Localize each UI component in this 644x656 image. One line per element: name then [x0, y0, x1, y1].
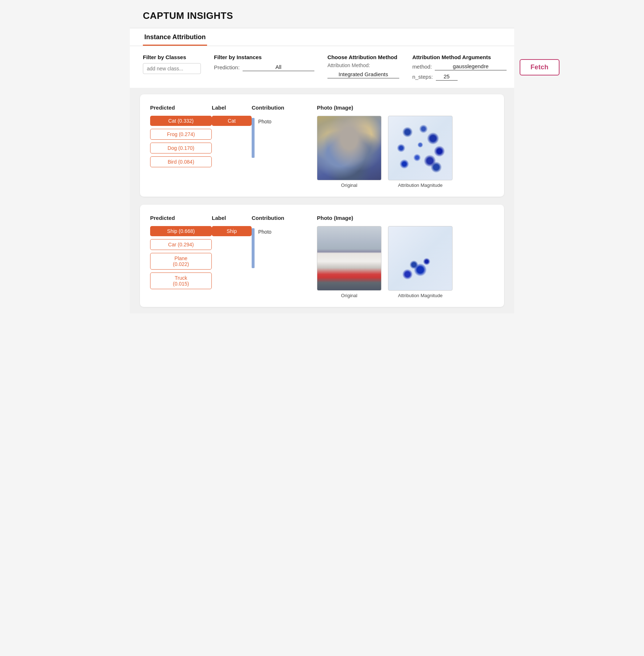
- photo-row-1: Original Attribution Magnitude: [317, 116, 453, 188]
- label-badge-1: Cat: [212, 116, 252, 126]
- app-header: CAPTUM INSIGHTS: [130, 0, 514, 28]
- label-col-1: Cat: [212, 116, 252, 126]
- orig-caption-1: Original: [341, 183, 358, 188]
- attr-image-2: [388, 226, 453, 291]
- col-contribution-header-1: Contribution: [252, 104, 317, 111]
- result-card-1: Predicted Label Contribution Photo (Imag…: [140, 94, 504, 197]
- photo-col-1: Original Attribution Magnitude: [317, 116, 453, 188]
- nsteps-arg-row: n_steps:: [412, 73, 507, 81]
- label-badge-2: Ship: [212, 226, 252, 236]
- attribution-method-row: Attribution Method:: [327, 62, 399, 68]
- nsteps-input[interactable]: [436, 73, 458, 81]
- attr-photo-2: Attribution Magnitude: [388, 226, 453, 298]
- attribution-method-input[interactable]: [327, 70, 399, 78]
- attribution-method-sub-label: Attribution Method:: [327, 62, 370, 68]
- contribution-col-1: Photo: [252, 116, 317, 158]
- attr-image-1: [388, 116, 453, 180]
- attribution-method-label: Choose Attribution Method: [327, 54, 399, 60]
- orig-photo-2: Original: [317, 226, 381, 298]
- filter-classes-label: Filter by Classes: [143, 54, 201, 60]
- contrib-bar-1: [252, 118, 255, 158]
- predicted-col-1: Cat (0.332) Frog (0.274) Dog (0.170) Bir…: [150, 116, 212, 167]
- attr-caption-2: Attribution Magnitude: [398, 293, 443, 298]
- filter-instances-group: Filter by Instances Prediction:: [214, 54, 314, 71]
- col-photo-header-2: Photo (Image): [317, 215, 353, 221]
- prediction-badge-1-3[interactable]: Bird (0.084): [150, 156, 212, 167]
- orig-image-2: [317, 226, 381, 291]
- attribution-method-group: Choose Attribution Method Attribution Me…: [327, 54, 399, 78]
- result-card-2: Predicted Label Contribution Photo (Imag…: [140, 205, 504, 307]
- cards-area: Predicted Label Contribution Photo (Imag…: [130, 88, 514, 313]
- contribution-col-2: Photo: [252, 226, 317, 268]
- app-title: CAPTUM INSIGHTS: [143, 10, 501, 21]
- contrib-bar-container-1: Photo: [252, 118, 272, 158]
- card-2-headers: Predicted Label Contribution Photo (Imag…: [150, 215, 494, 221]
- photo-row-2: Original Attribution Magnitude: [317, 226, 453, 298]
- attr-photo-1: Attribution Magnitude: [388, 116, 453, 188]
- prediction-badge-2-2[interactable]: Plane (0.022): [150, 253, 212, 270]
- card-1-body: Cat (0.332) Frog (0.274) Dog (0.170) Bir…: [150, 116, 494, 188]
- col-contribution-header-2: Contribution: [252, 215, 317, 221]
- orig-photo-1: Original: [317, 116, 381, 188]
- filter-classes-input[interactable]: [143, 63, 201, 74]
- card-2-body: Ship (0.668) Car (0.294) Plane (0.022) T…: [150, 226, 494, 298]
- contrib-text-2: Photo: [258, 228, 272, 235]
- attr-caption-1: Attribution Magnitude: [398, 183, 443, 188]
- args-group: Attribution Method Arguments method: n_s…: [412, 54, 507, 81]
- contrib-text-1: Photo: [258, 118, 272, 124]
- contrib-bar-container-2: Photo: [252, 228, 272, 268]
- fetch-button[interactable]: Fetch: [520, 59, 560, 75]
- col-label-header-2: Label: [212, 215, 252, 221]
- prediction-input[interactable]: [243, 63, 314, 71]
- prediction-badge-2-3[interactable]: Truck (0.015): [150, 272, 212, 289]
- prediction-badge-1-1[interactable]: Frog (0.274): [150, 129, 212, 140]
- nsteps-label: n_steps:: [412, 74, 433, 80]
- orig-image-1: [317, 116, 381, 180]
- tab-instance-attribution[interactable]: Instance Attribution: [143, 28, 207, 46]
- args-label: Attribution Method Arguments: [412, 54, 507, 60]
- col-label-header-1: Label: [212, 104, 252, 111]
- prediction-label: Prediction:: [214, 64, 240, 70]
- prediction-row: Prediction:: [214, 63, 314, 71]
- prediction-badge-2-0[interactable]: Ship (0.668): [150, 226, 212, 236]
- tab-bar: Instance Attribution: [130, 28, 514, 46]
- prediction-badge-2-1[interactable]: Car (0.294): [150, 239, 212, 250]
- contrib-bar-2: [252, 228, 255, 268]
- prediction-badge-1-0[interactable]: Cat (0.332): [150, 116, 212, 126]
- predicted-col-2: Ship (0.668) Car (0.294) Plane (0.022) T…: [150, 226, 212, 289]
- col-predicted-header-2: Predicted: [150, 215, 212, 221]
- attribution-method-value-row: [327, 70, 399, 78]
- col-predicted-header-1: Predicted: [150, 104, 212, 111]
- page-wrapper: CAPTUM INSIGHTS Instance Attribution Fil…: [130, 0, 514, 313]
- method-arg-row: method:: [412, 62, 507, 70]
- card-1-headers: Predicted Label Contribution Photo (Imag…: [150, 104, 494, 111]
- method-arg-label: method:: [412, 63, 432, 70]
- orig-caption-2: Original: [341, 293, 358, 298]
- filter-classes-group: Filter by Classes: [143, 54, 201, 74]
- method-arg-input[interactable]: [435, 62, 507, 70]
- photo-col-2: Original Attribution Magnitude: [317, 226, 453, 298]
- label-col-2: Ship: [212, 226, 252, 236]
- filter-instances-label: Filter by Instances: [214, 54, 314, 60]
- col-photo-header-1: Photo (Image): [317, 104, 353, 111]
- filter-bar: Filter by Classes Filter by Instances Pr…: [130, 46, 514, 88]
- prediction-badge-1-2[interactable]: Dog (0.170): [150, 143, 212, 153]
